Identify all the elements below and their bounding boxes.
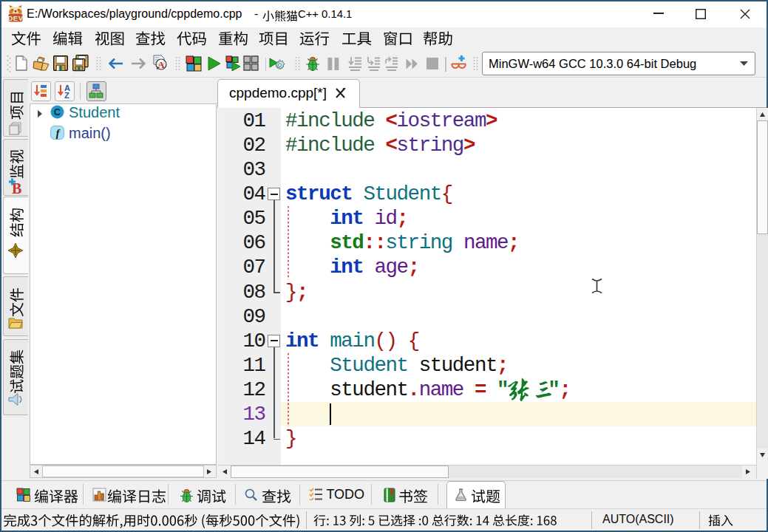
svg-text:Z: Z [64,91,69,99]
svg-text:C: C [54,106,61,117]
svg-text:DEV: DEV [8,14,23,22]
svg-text:A: A [157,59,165,70]
